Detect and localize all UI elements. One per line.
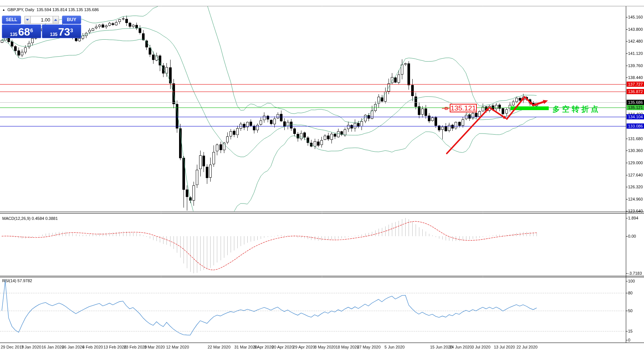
macd-axis-tick: -3.7183 bbox=[628, 271, 642, 275]
trade-widget-prices: 135686 135733 bbox=[2, 24, 81, 38]
rsi-axis-tick: 50 bbox=[628, 308, 633, 313]
price-axis-tick: 138.440 bbox=[628, 75, 643, 80]
date-axis-label: 26 Jan 2020 bbox=[62, 345, 85, 349]
date-axis-label: 20 Apr 2020 bbox=[272, 345, 294, 349]
date-axis-label: 8 May 2020 bbox=[314, 345, 336, 349]
sell-price-prefix: 135 bbox=[10, 32, 17, 37]
price-axis-tick: 123.640 bbox=[628, 209, 643, 213]
volume-input[interactable]: 1.00 bbox=[31, 16, 53, 24]
macd-indicator-label: MACD(12,26,9) 0.4584 0.3881 bbox=[2, 216, 58, 221]
price-chart-canvas bbox=[0, 0, 644, 350]
buy-button[interactable]: BUY bbox=[62, 16, 81, 24]
date-axis-label: 9 Apr 2020 bbox=[254, 345, 274, 349]
buy-price-prefix: 135 bbox=[50, 32, 57, 37]
mt4-window: 新订单 自动交易 E F A T bbox=[0, 0, 644, 350]
sell-button[interactable]: SELL bbox=[2, 16, 21, 24]
price-axis-tick: 126.320 bbox=[628, 185, 643, 189]
date-axis-label: 18 May 2020 bbox=[336, 345, 359, 349]
buy-price-pip: 3 bbox=[70, 25, 73, 36]
price-axis-tick: 130.360 bbox=[628, 148, 643, 153]
macd-axis-tick: 1.894 bbox=[628, 216, 638, 220]
price-axis-tick: 129.000 bbox=[628, 161, 643, 165]
date-axis-label: 3 Jul 2020 bbox=[472, 345, 491, 349]
date-axis-label: 22 Mar 2020 bbox=[208, 345, 231, 349]
rsi-axis-tick: 0 bbox=[628, 338, 630, 342]
date-axis-label: 13 Feb 2020 bbox=[103, 345, 126, 349]
one-click-trading-widget: SELL 1.00 BUY 135686 135733 bbox=[2, 16, 81, 38]
breakout-annotation-text[interactable]: 多空转折点 bbox=[552, 104, 601, 114]
ohlc-readout: 135.594 135.814 135.135 135.686 bbox=[36, 7, 99, 12]
macd-axis-tick: 0.00 bbox=[628, 234, 636, 238]
date-axis-label: 16 Jan 2020 bbox=[42, 345, 64, 349]
price-axis-tick: 139.760 bbox=[628, 63, 643, 68]
price-axis-tick: 143.800 bbox=[628, 27, 643, 32]
date-axis-label: 3 Mar 2020 bbox=[144, 345, 165, 349]
date-axis-label: 4 Feb 2020 bbox=[82, 345, 103, 349]
date-axis-label: 22 Jul 2020 bbox=[516, 345, 538, 349]
sell-price-main: 68 bbox=[18, 27, 30, 37]
rsi-axis-tick: 80 bbox=[628, 291, 633, 295]
spinner-up-icon bbox=[54, 19, 57, 21]
chart-title: ▲ GBPJPY, Daily 135.594 135.814 135.135 … bbox=[2, 7, 99, 12]
rsi-indicator-label: RSI(14) 57.9782 bbox=[2, 278, 32, 283]
date-axis-label: 29 Dec 2019 bbox=[1, 345, 24, 349]
volume-increase-button[interactable] bbox=[53, 16, 59, 24]
price-level-label: 135.686 bbox=[627, 100, 644, 105]
buy-price-panel[interactable]: 135733 bbox=[42, 24, 81, 38]
price-level-label: 134.104 bbox=[627, 114, 644, 119]
date-axis-label: 27 May 2020 bbox=[357, 345, 381, 349]
date-axis-label: 5 Jun 2020 bbox=[384, 345, 404, 349]
symbol-period-label: GBPJPY, Daily bbox=[7, 7, 34, 12]
price-axis-tick: 127.640 bbox=[628, 173, 643, 177]
date-axis-label: 7 Jan 2020 bbox=[21, 345, 41, 349]
price-callout-label[interactable]: 135.121 bbox=[450, 104, 477, 112]
chart-workspace[interactable]: ▲ GBPJPY, Daily 135.594 135.814 135.135 … bbox=[0, 6, 644, 350]
date-axis-label: 29 Apr 2020 bbox=[293, 345, 315, 349]
collapse-widget-arrow[interactable]: ▲ bbox=[2, 8, 5, 11]
date-axis-label: 13 Jul 2020 bbox=[494, 345, 515, 349]
rsi-axis-tick: 100 bbox=[628, 279, 635, 283]
spinner-down-icon bbox=[26, 19, 29, 21]
price-axis-tick: 124.960 bbox=[628, 197, 643, 201]
price-level-label: 137.727 bbox=[627, 82, 644, 87]
price-level-label: 136.872 bbox=[627, 89, 644, 94]
rsi-axis-tick: 15 bbox=[628, 329, 633, 333]
volume-decrease-button[interactable] bbox=[24, 16, 31, 24]
sell-price-pip: 6 bbox=[30, 25, 33, 36]
price-axis-tick: 131.680 bbox=[628, 136, 643, 141]
sell-price-panel[interactable]: 135686 bbox=[2, 24, 41, 38]
date-axis-label: 12 Mar 2020 bbox=[166, 345, 189, 349]
date-axis-label: 23 Feb 2020 bbox=[124, 345, 147, 349]
price-axis-tick: 141.120 bbox=[628, 51, 643, 56]
price-level-label: 133.086 bbox=[627, 123, 644, 129]
price-axis-tick: 142.480 bbox=[628, 39, 643, 43]
date-axis-label: 24 Jun 2020 bbox=[449, 345, 472, 349]
buy-price-main: 73 bbox=[58, 27, 70, 37]
trade-widget-controls: SELL 1.00 BUY bbox=[2, 16, 81, 24]
price-axis-tick: 145.160 bbox=[628, 15, 643, 19]
price-level-label: 135.121 bbox=[627, 105, 644, 110]
